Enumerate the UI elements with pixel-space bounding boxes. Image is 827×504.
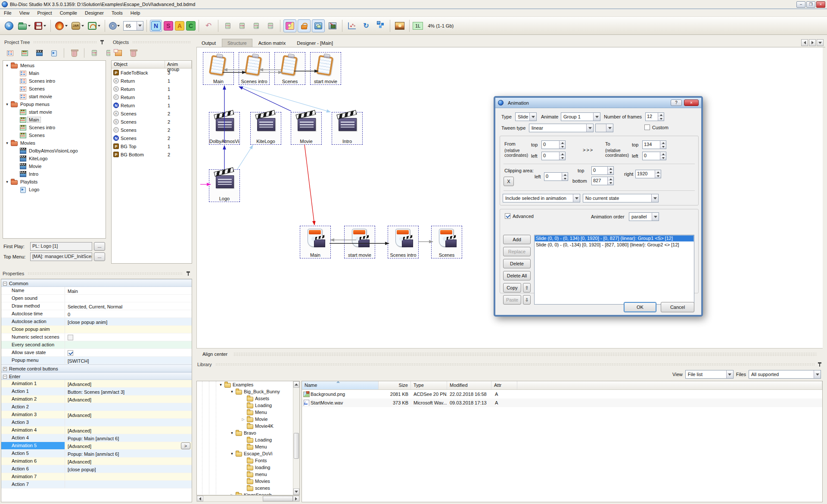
property-value[interactable]: [Advanced] xyxy=(65,442,192,449)
property-row[interactable]: Allow save state xyxy=(1,349,192,357)
library-tree-item[interactable]: loading xyxy=(197,464,299,471)
replace-button[interactable]: Replace xyxy=(503,247,531,256)
object-row[interactable]: NScenes 2 xyxy=(112,134,192,142)
open-project-button[interactable] xyxy=(17,19,32,32)
scene-order-button[interactable] xyxy=(312,19,325,32)
mux-button[interactable] xyxy=(374,19,387,32)
property-row[interactable]: Animation 7 xyxy=(1,473,192,481)
animation-list-item[interactable]: Slide (0, 0) - (0, 134) [0, 1920] - [0, … xyxy=(535,235,694,242)
property-value[interactable] xyxy=(59,365,192,372)
statistics-button[interactable] xyxy=(345,19,358,32)
property-row[interactable]: Animation 2 [Advanced] xyxy=(1,395,192,403)
selected-state-toggle[interactable]: S xyxy=(164,21,173,31)
library-tree-item[interactable]: Menu xyxy=(197,443,299,450)
custom-checkbox[interactable]: Custom xyxy=(644,124,668,130)
export-scenes-button[interactable] xyxy=(326,19,339,32)
library-tree-item[interactable]: Loading xyxy=(197,436,299,443)
menu-item[interactable]: View xyxy=(16,9,34,16)
library-tree-item[interactable]: menu xyxy=(197,471,299,478)
project-tree-item[interactable]: Logo xyxy=(3,186,106,193)
tab[interactable]: Output xyxy=(196,39,221,47)
clip-top-spinner[interactable]: 0 xyxy=(591,166,614,175)
property-value[interactable] xyxy=(29,280,192,286)
project-tree-item[interactable]: KiteLogo xyxy=(3,155,106,162)
scrollbar-thumb[interactable] xyxy=(263,496,293,501)
property-row[interactable]: Animation 6 [Advanced] xyxy=(1,457,192,465)
project-disc-button[interactable] xyxy=(3,19,16,32)
animate-combobox[interactable]: Group 1 xyxy=(561,112,600,121)
current-state-toggle[interactable]: C xyxy=(186,21,196,31)
maximize-button[interactable]: ❐ xyxy=(806,1,815,8)
from-top-spinner[interactable]: 0 xyxy=(541,140,566,149)
property-value[interactable] xyxy=(65,473,192,480)
project-tree-item[interactable]: start movie xyxy=(3,93,106,100)
clip-left-spinner[interactable]: 0 xyxy=(544,172,568,181)
column-header-type[interactable]: Type xyxy=(411,381,447,389)
tree-expander-icon[interactable] xyxy=(230,389,234,394)
column-header-attr[interactable]: Attr xyxy=(491,381,517,389)
property-value[interactable] xyxy=(65,349,192,356)
property-row[interactable]: Draw method Selected, Current, Normal xyxy=(1,302,192,310)
checkbox[interactable] xyxy=(68,335,73,340)
clip-clear-button[interactable]: X xyxy=(504,177,514,186)
object-row[interactable]: CScenes 2 xyxy=(112,126,192,134)
dropdown-caret-icon[interactable] xyxy=(81,25,84,27)
clip-right-spinner[interactable]: 1920 xyxy=(635,170,661,178)
column-header-size[interactable]: Size xyxy=(379,381,411,389)
property-value[interactable] xyxy=(65,295,192,302)
project-tree-item[interactable]: Scenes xyxy=(3,131,106,139)
library-tree-vscrollbar[interactable] xyxy=(293,381,299,495)
property-value[interactable]: 0 xyxy=(65,310,192,317)
stack-move-down-button[interactable]: ↓ xyxy=(250,19,263,32)
property-value[interactable]: Selected, Current, Normal xyxy=(65,302,192,310)
advanced-edit-button[interactable] xyxy=(181,442,190,449)
property-row[interactable]: Action 7 xyxy=(1,481,192,488)
tree-expander-icon[interactable] xyxy=(5,102,9,106)
menu-item[interactable]: Help xyxy=(127,9,144,16)
add-playlist-button[interactable] xyxy=(47,47,60,59)
property-row[interactable]: Common xyxy=(1,279,192,287)
structure-node[interactable]: Intro xyxy=(332,112,363,145)
property-row[interactable]: Action 3 xyxy=(1,419,192,426)
property-value[interactable] xyxy=(21,373,192,380)
library-tree-item[interactable]: Movie xyxy=(197,416,299,423)
to-top-spinner[interactable]: 134 xyxy=(642,140,666,149)
object-row[interactable]: NReturn 1 xyxy=(112,101,192,109)
tree-expander-icon[interactable] xyxy=(5,180,9,184)
object-row[interactable]: SScenes 2 xyxy=(112,118,192,126)
tab-list-button[interactable] xyxy=(817,39,824,46)
settings-button[interactable] xyxy=(108,19,121,32)
tab-scroll-right-button[interactable] xyxy=(809,39,816,46)
dropdown-caret-icon[interactable] xyxy=(28,25,31,27)
cancel-button[interactable]: Cancel xyxy=(661,302,694,312)
checkbox[interactable] xyxy=(68,350,73,356)
zoom-dropdown-button[interactable] xyxy=(137,22,143,30)
tree-expander-icon[interactable] xyxy=(241,417,246,421)
dropdown-caret-icon[interactable] xyxy=(44,25,46,27)
structure-node[interactable]: Scenes xyxy=(274,52,305,85)
project-tree-item[interactable]: Scenes xyxy=(3,85,106,93)
designer-button[interactable] xyxy=(87,19,102,32)
current-state-combobox[interactable]: No current state xyxy=(583,194,659,202)
property-row[interactable]: Action 1 Button: Scenes [anm/act 3] xyxy=(1,388,192,395)
stack-export-button[interactable]: ↓ xyxy=(264,19,277,32)
property-value[interactable]: Popup: Main [anm/act 6] xyxy=(65,450,192,457)
frames-spinner[interactable]: 12 xyxy=(645,112,664,121)
menu-item[interactable]: Compile xyxy=(56,9,81,16)
object-row[interactable]: CReturn 1 xyxy=(112,93,192,101)
project-tree-item[interactable]: DolbyAtmosVisionLogo xyxy=(3,147,106,155)
clip-bottom-spinner[interactable]: 827 xyxy=(591,177,614,185)
library-tree-item[interactable]: Fonts xyxy=(197,457,299,464)
library-tree-item[interactable]: Big_Buck_Bunny xyxy=(197,388,299,395)
advanced-checkbox[interactable]: Advanced xyxy=(505,213,534,219)
property-row[interactable]: Animation 3 [Advanced] xyxy=(1,411,192,419)
structure-node[interactable]: start movie xyxy=(310,52,341,85)
first-play-browse-button[interactable]: ... xyxy=(94,242,105,251)
project-tree-item[interactable]: Popup menus xyxy=(3,100,106,108)
project-tree-item[interactable]: Movie xyxy=(3,162,106,170)
files-combobox[interactable]: All supported xyxy=(749,370,821,379)
structure-node[interactable]: KiteLogo xyxy=(250,112,281,145)
property-value[interactable] xyxy=(65,403,192,411)
property-value[interactable]: Main xyxy=(65,287,192,294)
dropdown-caret-icon[interactable] xyxy=(98,25,100,27)
